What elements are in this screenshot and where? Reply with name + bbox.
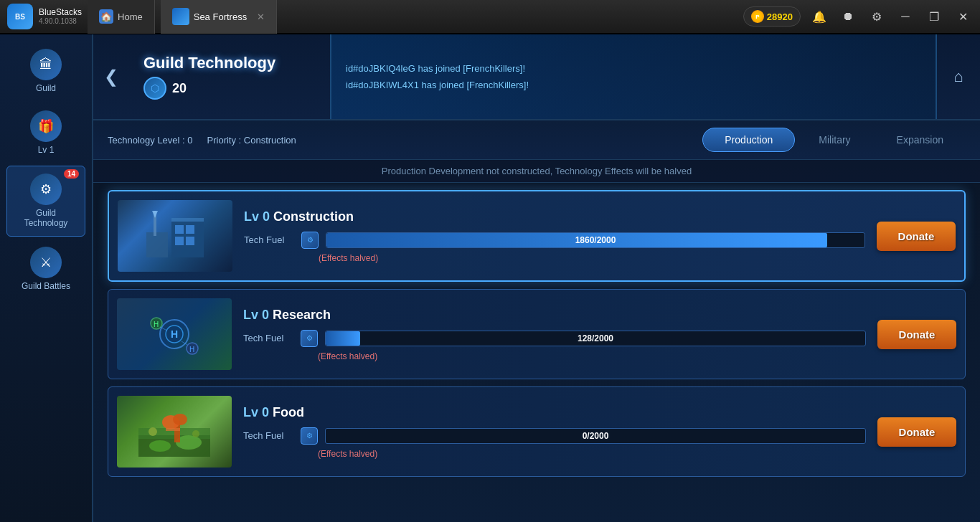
card-body-food: Lv 0 Food Tech Fuel ⚙ 0/2000 (Effects ha… xyxy=(243,405,866,459)
notification-box: id#doJBKIQ4leG has joined [FrenchKillers… xyxy=(330,34,937,119)
sidebar-guild-label: Guild xyxy=(36,83,56,93)
fuel-row-construction: Tech Fuel ⚙ 1860/2000 xyxy=(244,232,865,249)
close-icon[interactable]: ✕ xyxy=(953,6,973,27)
progress-text-construction: 1860/2000 xyxy=(575,235,616,245)
tech-info-bar: Technology Level : 0 Priority : Construc… xyxy=(93,120,980,160)
progress-text-food: 0/2000 xyxy=(583,431,609,441)
svg-text:H: H xyxy=(171,328,178,340)
coin-icon: P xyxy=(751,10,764,23)
notification-text-1: id#doJBKIQ4leG has joined [FrenchKillers… xyxy=(346,60,921,77)
sidebar-item-guild-technology[interactable]: 14 ⚙ GuildTechnology xyxy=(6,166,85,237)
tab-production[interactable]: Production xyxy=(702,128,795,152)
minimize-icon[interactable]: ─ xyxy=(895,6,915,27)
top-bar: BS BlueStacks 4.90.0.1038 🏠 Home Sea For… xyxy=(0,0,980,34)
tab-home[interactable]: 🏠 Home xyxy=(88,0,155,34)
tab-sea-fortress[interactable]: Sea Fortress ✕ xyxy=(161,0,277,34)
fuel-row-research: Tech Fuel ⚙ 128/2000 xyxy=(243,330,866,347)
svg-rect-0 xyxy=(146,232,168,257)
guild-icon: 🏛 xyxy=(30,49,62,80)
card-title-construction: Lv 0 Construction xyxy=(244,209,865,224)
level-number: 20 xyxy=(172,81,187,96)
restore-icon[interactable]: ❐ xyxy=(924,6,944,27)
guild-tech-icon: ⚙ xyxy=(30,174,62,205)
app-version: 4.90.0.1038 xyxy=(39,17,82,26)
donate-button-food[interactable]: Donate xyxy=(877,417,956,447)
card-body-construction: Lv 0 Construction Tech Fuel ⚙ 1860/2000 … xyxy=(244,209,865,263)
card-title-research: Lv 0 Research xyxy=(243,308,866,323)
svg-text:H: H xyxy=(189,346,194,353)
svg-point-20 xyxy=(149,440,171,452)
tech-level-label: Technology Level : 0 xyxy=(108,135,193,146)
bluestacks-logo: BS xyxy=(7,4,33,29)
progress-bar-food: 0/2000 xyxy=(325,428,866,444)
donate-button-construction[interactable]: Donate xyxy=(877,222,956,251)
donate-button-research[interactable]: Donate xyxy=(877,320,956,349)
settings-icon[interactable]: ⚙ xyxy=(867,6,887,27)
svg-rect-4 xyxy=(175,237,184,245)
tech-tabs: Production Military Expansion xyxy=(702,128,966,152)
game-area: 🏛 Guild 🎁 Lv 1 14 ⚙ GuildTechnology ⚔ Gu… xyxy=(0,34,980,522)
card-body-research: Lv 0 Research Tech Fuel ⚙ 128/2000 (Effe… xyxy=(243,308,866,361)
sidebar: 🏛 Guild 🎁 Lv 1 14 ⚙ GuildTechnology ⚔ Gu… xyxy=(0,34,93,522)
svg-point-27 xyxy=(192,430,199,437)
cards-area: Lv 0 Construction Tech Fuel ⚙ 1860/2000 … xyxy=(93,183,980,522)
fuel-row-food: Tech Fuel ⚙ 0/2000 xyxy=(243,427,866,445)
svg-point-26 xyxy=(149,427,157,436)
title-section: Guild Technology ⬡ 20 xyxy=(129,34,330,119)
sidebar-item-lv1[interactable]: 🎁 Lv 1 xyxy=(6,103,85,162)
level-row: ⬡ 20 xyxy=(143,77,316,100)
sidebar-item-guild-battles[interactable]: ⚔ Guild Battles xyxy=(6,239,85,298)
tech-card-research: H H H Lv 0 Research xyxy=(108,289,966,379)
tech-card-construction: Lv 0 Construction Tech Fuel ⚙ 1860/2000 … xyxy=(108,190,966,282)
back-button[interactable]: ❮ xyxy=(93,34,129,119)
warning-text: Production Development not constructed, … xyxy=(382,166,692,176)
card-image-food xyxy=(117,396,232,468)
svg-rect-2 xyxy=(175,225,184,234)
progress-bar-construction: 1860/2000 xyxy=(326,232,865,248)
warning-bar: Production Development not constructed, … xyxy=(93,160,980,183)
svg-text:H: H xyxy=(154,321,159,328)
tab-military[interactable]: Military xyxy=(796,128,872,152)
sidebar-guild-tech-label: GuildTechnology xyxy=(24,208,68,229)
tech-fuel-icon-construction: ⚙ xyxy=(301,232,319,249)
fuel-label-food: Tech Fuel xyxy=(243,430,293,441)
svg-rect-5 xyxy=(186,237,194,245)
card-image-construction xyxy=(118,200,232,272)
tech-fuel-icon-food: ⚙ xyxy=(301,427,318,445)
effects-halved-research: (Effects halved) xyxy=(318,351,866,361)
level-badge-icon: ⬡ xyxy=(143,77,166,100)
notification-icon[interactable]: 🔔 xyxy=(809,6,829,27)
content-header: ❮ Guild Technology ⬡ 20 id#doJBKIQ4leG h… xyxy=(93,34,980,120)
fuel-label-construction: Tech Fuel xyxy=(244,234,294,245)
sidebar-item-guild[interactable]: 🏛 Guild xyxy=(6,42,85,100)
home-button[interactable]: ⌂ xyxy=(937,34,980,119)
card-image-research: H H H xyxy=(117,298,232,370)
content-area: ❮ Guild Technology ⬡ 20 id#doJBKIQ4leG h… xyxy=(93,34,980,522)
svg-point-24 xyxy=(173,414,187,425)
effects-halved-food: (Effects halved) xyxy=(318,449,866,459)
tab-expansion[interactable]: Expansion xyxy=(875,128,966,152)
close-tab-icon[interactable]: ✕ xyxy=(257,11,265,22)
progress-bar-research: 128/2000 xyxy=(325,331,866,346)
svg-rect-3 xyxy=(186,225,194,234)
card-title-food: Lv 0 Food xyxy=(243,405,866,420)
sidebar-guild-battles-label: Guild Battles xyxy=(22,281,70,291)
record-icon[interactable]: ⏺ xyxy=(838,6,858,27)
fuel-label-research: Tech Fuel xyxy=(243,333,293,343)
lv1-icon: 🎁 xyxy=(30,110,62,142)
progress-fill-research xyxy=(326,331,360,346)
tech-card-food: Lv 0 Food Tech Fuel ⚙ 0/2000 (Effects ha… xyxy=(108,386,966,477)
priority-label: Priority : Construction xyxy=(207,135,296,146)
tech-fuel-icon-research: ⚙ xyxy=(301,330,318,347)
app-name: BlueStacks xyxy=(39,7,82,17)
page-title: Guild Technology xyxy=(143,54,316,72)
svg-marker-8 xyxy=(152,211,158,218)
svg-marker-6 xyxy=(171,218,204,222)
home-tab-icon: 🏠 xyxy=(99,9,113,24)
svg-rect-25 xyxy=(166,428,180,431)
progress-text-research: 128/2000 xyxy=(578,333,613,343)
guild-battles-icon: ⚔ xyxy=(30,247,62,278)
notification-text-2: id#doJBKIWL4X1 has joined [FrenchKillers… xyxy=(346,77,921,93)
sidebar-lv1-label: Lv 1 xyxy=(38,145,55,155)
coins-display: P 28920 xyxy=(743,6,801,27)
